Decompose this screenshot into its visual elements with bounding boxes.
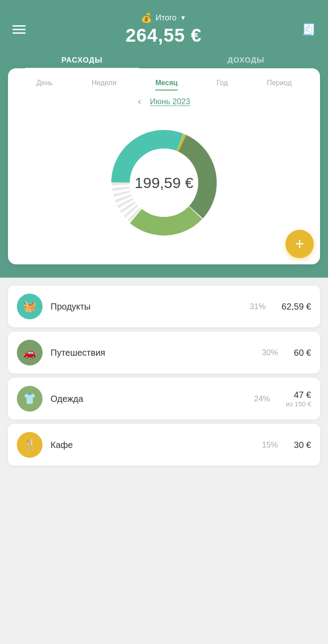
receipt-button[interactable]: 🧾 — [301, 23, 316, 36]
tab-income[interactable]: ДОХОДЫ — [164, 50, 328, 69]
category-name-travel: Путешествия — [51, 348, 254, 358]
category-percent-cafe: 15% — [262, 440, 278, 450]
menu-button[interactable] — [12, 25, 26, 34]
category-icon-travel: 🚗 — [17, 340, 43, 365]
category-name-cafe: Кафе — [51, 440, 254, 450]
header: 💰 Итого ▼ 264,55 € 🧾 РАСХОДЫ ДОХОДЫ — [0, 0, 328, 69]
svg-point-1 — [130, 149, 198, 217]
category-icon-clothing: 👕 — [17, 386, 43, 412]
category-amount-food: 62,59 € — [281, 302, 311, 312]
header-top: 💰 Итого ▼ 264,55 € 🧾 — [0, 0, 328, 50]
dropdown-arrow-icon[interactable]: ▼ — [180, 14, 186, 21]
tab-month[interactable]: Месяц — [155, 77, 177, 89]
add-transaction-button[interactable]: + — [285, 230, 314, 258]
header-title: Итого — [156, 13, 176, 23]
category-amount-clothing: 47 € из 150 € — [286, 390, 311, 408]
category-icon-cafe: 🍴 — [17, 432, 43, 458]
tab-expenses[interactable]: РАСХОДЫ — [0, 50, 164, 69]
header-title-row: 💰 Итого ▼ — [141, 12, 186, 23]
category-percent-travel: 30% — [262, 348, 278, 357]
category-list: 🧺 Продукты 31% 62,59 € 🚗 Путешествия 30%… — [8, 286, 320, 466]
donut-chart-container: 199,59 € — [17, 116, 311, 249]
category-item-travel[interactable]: 🚗 Путешествия 30% 60 € — [8, 332, 320, 373]
main-card: День Неделя Месяц Год Период ‹ Июнь 2023 — [8, 68, 320, 264]
month-navigator: ‹ Июнь 2023 — [17, 96, 311, 107]
category-percent-clothing: 24% — [254, 394, 270, 404]
category-amount-cafe: 30 € — [294, 440, 311, 450]
header-center: 💰 Итого ▼ 264,55 € — [125, 12, 202, 46]
tab-week[interactable]: Неделя — [92, 77, 117, 89]
tab-day[interactable]: День — [36, 77, 53, 89]
current-month-label[interactable]: Июнь 2023 — [150, 97, 190, 106]
tab-period[interactable]: Период — [267, 77, 292, 89]
bag-icon: 💰 — [141, 12, 152, 23]
donut-chart — [102, 121, 226, 245]
category-item-cafe[interactable]: 🍴 Кафе 15% 30 € — [8, 424, 320, 466]
tab-year[interactable]: Год — [216, 77, 227, 89]
category-name-food: Продукты — [51, 302, 242, 312]
category-amount-travel: 60 € — [294, 348, 311, 358]
category-icon-food: 🧺 — [17, 294, 43, 319]
prev-month-button[interactable]: ‹ — [138, 96, 141, 107]
category-item-food[interactable]: 🧺 Продукты 31% 62,59 € — [8, 286, 320, 327]
header-amount: 264,55 € — [125, 25, 202, 46]
category-percent-food: 31% — [250, 302, 266, 311]
category-item-clothing[interactable]: 👕 Одежда 24% 47 € из 150 € — [8, 378, 320, 420]
category-name-clothing: Одежда — [51, 394, 246, 404]
main-tab-bar: РАСХОДЫ ДОХОДЫ — [0, 50, 328, 69]
period-tab-bar: День Неделя Месяц Год Период — [17, 77, 311, 89]
